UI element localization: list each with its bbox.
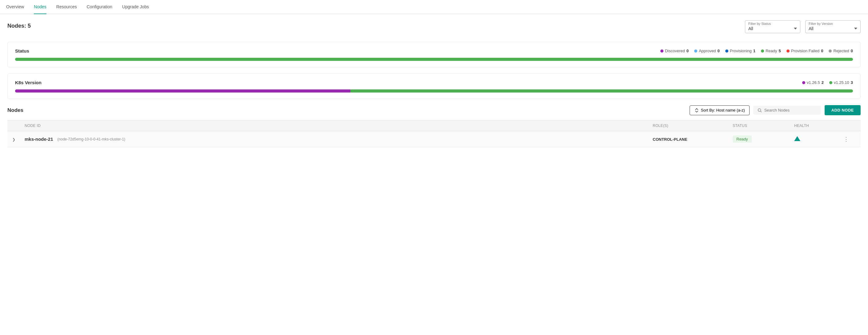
version-bar-v12510 (350, 90, 853, 93)
v1265-label: v1.26.5 (807, 80, 820, 85)
v12510-dot (829, 81, 832, 84)
table-row: ❯ mks-node-21 (node-72d5emg-10-0-0-41-mk… (7, 131, 861, 147)
node-role: CONTROL-PLANE (653, 137, 733, 142)
provisioning-count: 1 (753, 48, 755, 53)
sort-button[interactable]: Sort By: Host name (a-z) (690, 105, 750, 115)
col-status: Status (733, 124, 794, 128)
node-status: Ready (733, 136, 794, 143)
status-bar (15, 58, 853, 61)
tab-upgrade-jobs[interactable]: Upgrade Jobs (122, 0, 149, 14)
v1265-dot (802, 81, 805, 84)
provision-failed-label: Provision Failed (791, 48, 820, 53)
provisioning-label: Provisioning (730, 48, 752, 53)
v12510-count: 3 (851, 80, 853, 85)
filter-version-select[interactable]: All (809, 26, 857, 31)
version-panel-title: K8s Version (15, 80, 41, 85)
nodes-toolbar: Nodes Sort By: Host name (a-z) A (7, 105, 861, 115)
main-content: Nodes: 5 Filter by Status All Filter by … (0, 14, 868, 154)
nodes-count: Nodes: 5 (7, 20, 31, 29)
legend-item-ready: Ready 5 (761, 48, 781, 53)
chevron-down-icon (794, 28, 797, 30)
tab-resources[interactable]: Resources (56, 0, 77, 14)
search-input[interactable] (764, 108, 813, 112)
filter-version-value: All (809, 26, 813, 31)
row-expand[interactable]: ❯ (12, 137, 25, 142)
nodes-section: Nodes Sort By: Host name (a-z) A (7, 105, 861, 147)
version-bar-v1265 (15, 90, 350, 93)
rejected-label: Rejected (833, 48, 849, 53)
chevron-down-icon-2 (854, 28, 857, 30)
status-legend: Discovered 0 Approved 0 Provisioning 1 (660, 48, 853, 53)
sort-label: Sort By: Host name (a-z) (701, 108, 745, 112)
version-bar (15, 90, 853, 93)
discovered-label: Discovered (665, 48, 685, 53)
filters: Filter by Status All Filter by Version A… (745, 20, 861, 33)
provision-failed-dot (786, 49, 789, 53)
node-id-cell: mks-node-21 (node-72d5emg-10-0-0-41-mks-… (25, 136, 653, 142)
health-up-icon (794, 136, 800, 141)
toolbar-right: Sort By: Host name (a-z) ADD NODE (690, 105, 861, 115)
ready-label: Ready (766, 48, 777, 53)
filter-version-label: Filter by Version (809, 22, 857, 26)
status-panel-header: Status Discovered 0 Approved 0 Provisi (15, 48, 853, 54)
row-more[interactable]: ⋮ (843, 136, 856, 143)
table-header: Node ID Role(s) Status Health (7, 120, 861, 131)
legend-item-discovered: Discovered 0 (660, 48, 689, 53)
search-box[interactable] (753, 106, 821, 114)
col-health: Health (794, 124, 843, 128)
status-badge: Ready (733, 136, 752, 143)
provisioning-dot (725, 49, 728, 53)
approved-count: 0 (718, 48, 720, 53)
filter-status-select[interactable]: All (748, 26, 797, 31)
legend-item-provision-failed: Provision Failed 0 (786, 48, 824, 53)
v1265-count: 2 (822, 80, 824, 85)
tab-nodes[interactable]: Nodes (34, 0, 46, 14)
legend-item-approved: Approved 0 (694, 48, 720, 53)
legend-item-provisioning: Provisioning 1 (725, 48, 755, 53)
node-name: mks-node-21 (25, 136, 53, 142)
approved-dot (694, 49, 697, 53)
approved-label: Approved (699, 48, 716, 53)
filter-status[interactable]: Filter by Status All (745, 20, 800, 33)
legend-item-v1265: v1.26.5 2 (802, 80, 824, 85)
col-roles: Role(s) (653, 124, 733, 128)
status-panel: Status Discovered 0 Approved 0 Provisi (7, 42, 861, 67)
ready-count: 5 (778, 48, 781, 53)
legend-item-rejected: Rejected 0 (829, 48, 853, 53)
discovered-dot (660, 49, 663, 53)
more-icon[interactable]: ⋮ (843, 136, 849, 142)
tab-overview[interactable]: Overview (6, 0, 24, 14)
tab-configuration[interactable]: Configuration (87, 0, 112, 14)
filter-status-label: Filter by Status (748, 22, 797, 26)
ready-dot (761, 49, 764, 53)
rejected-dot (829, 49, 832, 53)
expand-icon[interactable]: ❯ (12, 137, 16, 142)
rejected-count: 0 (851, 48, 853, 53)
version-panel: K8s Version v1.26.5 2 v1.25.10 3 (7, 73, 861, 99)
add-node-button[interactable]: ADD NODE (825, 105, 861, 115)
version-panel-header: K8s Version v1.26.5 2 v1.25.10 3 (15, 80, 853, 85)
provision-failed-count: 0 (821, 48, 823, 53)
status-bar-ready (15, 58, 853, 61)
role-badge: CONTROL-PLANE (653, 137, 687, 142)
col-node-id: Node ID (25, 124, 653, 128)
v12510-label: v1.25.10 (834, 80, 849, 85)
nodes-section-title: Nodes (7, 107, 23, 113)
discovered-count: 0 (686, 48, 689, 53)
node-alias: (node-72d5emg-10-0-0-41-mks-cluster-1) (58, 137, 125, 141)
top-row: Nodes: 5 Filter by Status All Filter by … (7, 20, 861, 33)
nav-tabs: Overview Nodes Resources Configuration U… (0, 0, 868, 14)
search-icon (757, 108, 762, 112)
version-legend: v1.26.5 2 v1.25.10 3 (802, 80, 853, 85)
node-health (794, 136, 843, 142)
legend-item-v12510: v1.25.10 3 (829, 80, 853, 85)
filter-version[interactable]: Filter by Version All (805, 20, 861, 33)
filter-status-value: All (748, 26, 753, 31)
status-panel-title: Status (15, 48, 29, 54)
sort-icon (694, 108, 699, 113)
